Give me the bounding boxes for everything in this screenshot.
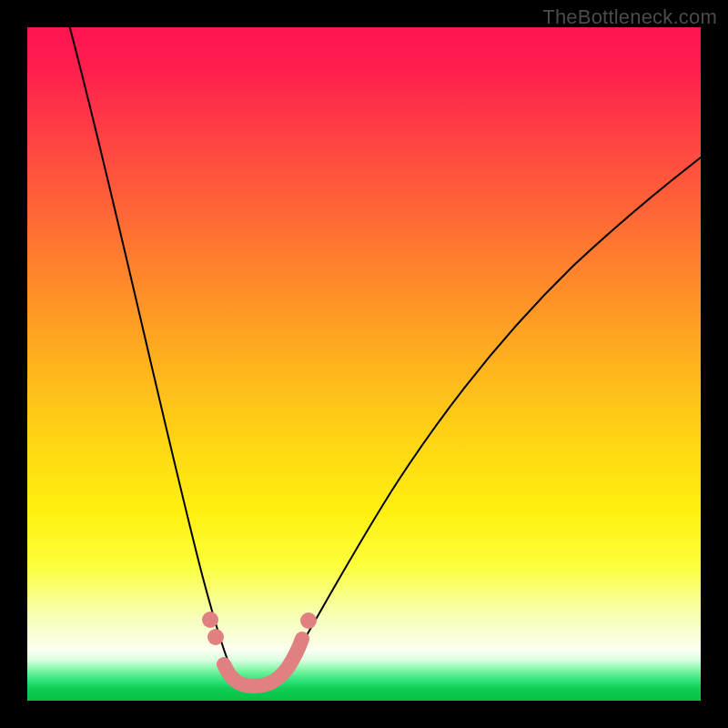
highlight-markers [202,612,317,686]
svg-point-2 [300,612,317,629]
plot-area [27,27,701,701]
watermark-text: TheBottleneck.com [542,5,717,29]
svg-point-0 [202,612,218,628]
curve-layer [27,27,701,701]
bottleneck-curve [67,18,704,685]
chart-frame: TheBottleneck.com [0,0,728,728]
svg-point-1 [207,629,224,645]
